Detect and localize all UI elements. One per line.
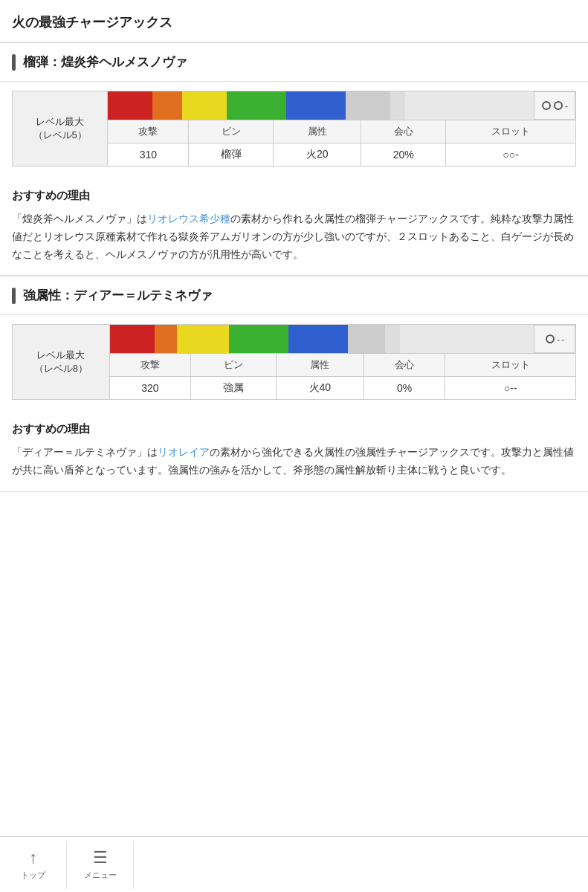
reason-text-0: 「煌炎斧ヘルメスノヴァ」はリオレウス希少種の素材から作れる火属性の榴弾チャージア… xyxy=(12,210,576,263)
top-button[interactable]: ↑ トップ xyxy=(0,841,67,889)
slot-icons-container: - xyxy=(538,97,571,114)
reason-text-span: 「ディアー＝ルテミネヴァ」は xyxy=(12,446,158,458)
level-cell-0: レベル最大 （レベル5） xyxy=(13,91,108,167)
slot-circle-icon xyxy=(554,101,563,110)
slot-dash: - xyxy=(565,100,568,112)
stats-header-cell: ビン xyxy=(191,354,276,377)
level-sub: （レベル8） xyxy=(20,362,102,375)
page-title-section: 火の最強チャージアックス xyxy=(0,0,588,42)
bottom-bar: ↑ トップ ☰ メニュー xyxy=(0,836,588,892)
sections-container: 榴弾：煌炎斧ヘルメスノヴァ レベル最大 （レベル5） xyxy=(0,42,588,492)
stats-value-cell: ○-- xyxy=(445,377,576,400)
stats-header-cell: 会心 xyxy=(361,120,446,143)
stats-value-cell: 火20 xyxy=(274,143,361,167)
menu-button[interactable]: ☰ メニュー xyxy=(67,841,134,889)
sharpness-segment xyxy=(177,325,229,353)
slot-circle-icon xyxy=(546,334,555,343)
slot-dash: - xyxy=(561,334,564,345)
slot-icons-container: -- xyxy=(542,331,568,348)
reason-link[interactable]: リオレウス希少種 xyxy=(147,213,230,224)
sharpness-segment xyxy=(286,91,346,120)
stats-value-cell: 榴弾 xyxy=(189,143,274,167)
sharpness-segment xyxy=(288,325,348,353)
sharpness-cell: - xyxy=(108,91,576,120)
reason-text-1: 「ディアー＝ルテミネヴァ」はリオレイアの素材から強化できる火属性の強属性チャージ… xyxy=(12,444,576,479)
stats-value-cell: 火40 xyxy=(276,377,364,400)
sharpness-empty xyxy=(405,91,534,120)
section-header-bar-0 xyxy=(12,54,16,71)
stats-header-cell: 攻撃 xyxy=(108,120,189,143)
sharpness-segment xyxy=(227,91,286,120)
level-cell-1: レベル最大 （レベル8） xyxy=(13,325,110,400)
sharpness-segment xyxy=(390,91,405,120)
content-area: 火の最強チャージアックス 榴弾：煌炎斧ヘルメスノヴァ レベル最大 （レベル5） xyxy=(0,0,588,559)
weapon-table-wrapper-1: レベル最大 （レベル8） -- xyxy=(0,315,588,412)
slot-area-0: - xyxy=(534,91,575,120)
sharpness-segment xyxy=(385,325,400,353)
section-header-1: 強属性：ディアー＝ルテミネヴァ xyxy=(0,276,588,315)
stats-value-cell: 0% xyxy=(364,377,445,400)
reason-section-1: おすすめの理由 「ディアー＝ルテミネヴァ」はリオレイアの素材から強化できる火属性… xyxy=(0,412,588,492)
stats-header-cell: 属性 xyxy=(276,354,364,377)
slot-area-1: -- xyxy=(534,325,575,353)
weapon-table-1: レベル最大 （レベル8） -- xyxy=(12,324,576,400)
stats-header-cell: 属性 xyxy=(274,120,361,143)
sharpness-bar xyxy=(108,91,534,120)
stats-value-cell: ○○- xyxy=(446,143,576,167)
sharpness-segment xyxy=(346,91,390,120)
weapon-table-wrapper-0: レベル最大 （レベル5） - xyxy=(0,82,588,178)
reason-text-span: 「煌炎斧ヘルメスノヴァ」は xyxy=(12,213,147,224)
stats-value-cell: 20% xyxy=(361,143,446,167)
sharpness-cell: -- xyxy=(109,325,575,354)
stats-value-cell: 強属 xyxy=(191,377,276,400)
level-label: レベル最大 xyxy=(20,115,100,129)
table-row-sharpness: レベル最大 （レベル5） - xyxy=(13,91,576,120)
table-row-sharpness: レベル最大 （レベル8） -- xyxy=(13,325,576,354)
section-header-title-1: 強属性：ディアー＝ルテミネヴァ xyxy=(23,287,213,304)
level-label: レベル最大 xyxy=(20,349,102,362)
top-icon: ↑ xyxy=(29,848,37,867)
top-label: トップ xyxy=(21,870,45,881)
sharpness-segment xyxy=(108,91,152,120)
stats-value-cell: 320 xyxy=(109,377,190,400)
slot-dash: - xyxy=(557,334,560,345)
page-title: 火の最強チャージアックス xyxy=(12,13,576,31)
sharpness-segment xyxy=(110,325,155,353)
section-header-title-0: 榴弾：煌炎斧ヘルメスノヴァ xyxy=(23,54,187,71)
sharpness-bar xyxy=(110,325,534,353)
reason-title-1: おすすめの理由 xyxy=(12,422,576,436)
stats-header-cell: 会心 xyxy=(364,354,445,377)
reason-link[interactable]: リオレイア xyxy=(158,446,210,458)
sharpness-empty xyxy=(400,325,534,353)
menu-icon: ☰ xyxy=(93,848,108,867)
section-header-bar-1 xyxy=(12,288,16,304)
sharpness-segment xyxy=(155,325,177,353)
slot-circle-icon xyxy=(542,101,551,110)
weapon-table-0: レベル最大 （レベル5） - xyxy=(12,91,576,167)
section-header-0: 榴弾：煌炎斧ヘルメスノヴァ xyxy=(0,42,588,82)
menu-label: メニュー xyxy=(84,870,117,881)
sharpness-segment xyxy=(182,91,227,120)
stats-header-cell: スロット xyxy=(446,120,576,143)
reason-section-0: おすすめの理由 「煌炎斧ヘルメスノヴァ」はリオレウス希少種の素材から作れる火属性… xyxy=(0,178,588,276)
stats-header-cell: スロット xyxy=(445,354,576,377)
sharpness-segment xyxy=(152,91,182,120)
sharpness-segment xyxy=(348,325,385,353)
reason-title-0: おすすめの理由 xyxy=(12,189,576,203)
level-sub: （レベル5） xyxy=(20,129,100,142)
stats-value-cell: 310 xyxy=(108,143,189,167)
stats-header-cell: ビン xyxy=(189,120,274,143)
sharpness-segment xyxy=(229,325,288,353)
stats-header-cell: 攻撃 xyxy=(109,354,190,377)
